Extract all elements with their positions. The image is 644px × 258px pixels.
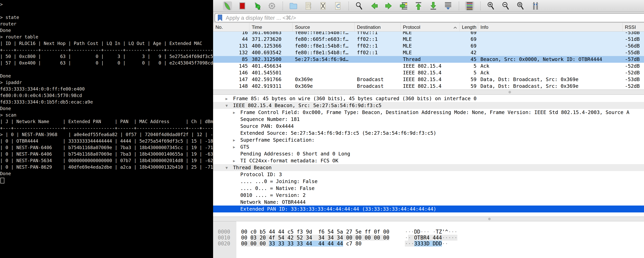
column-label: Length bbox=[462, 24, 476, 30]
zoom-reset-icon[interactable] bbox=[516, 2, 525, 10]
packet-details-pane[interactable]: ▶Frame 85: 45 bytes on wire (360 bits), … bbox=[213, 95, 644, 216]
hex-segment: 03 20 4f 54 42 52 34 34 34 34 00 00 00 0… bbox=[250, 235, 389, 241]
expanded-arrow-icon[interactable]: ▼ bbox=[226, 164, 228, 171]
ascii-segment: DD bbox=[414, 229, 420, 235]
close-file-icon[interactable] bbox=[318, 2, 328, 10]
hex-row-0020[interactable]: 002000 00 00 33 33 33 33 44 44 44 44 c7 … bbox=[213, 241, 644, 246]
hex-row-0000[interactable]: 000000 c0 b5 44 44 c5 f3 9d f6 54 5a 27 … bbox=[213, 229, 644, 235]
column-header-rssi[interactable]: RSSI bbox=[622, 23, 644, 31]
hex-bytes[interactable]: 00 c0 b5 44 44 c5 f3 9d f6 54 5a 27 5e f… bbox=[241, 229, 389, 235]
capture-options-icon[interactable] bbox=[267, 2, 276, 10]
column-header-destination[interactable]: Destination bbox=[354, 23, 400, 31]
packet-row-145[interactable]: 145401.456634IEEE 802.15.45Ack-52dB bbox=[213, 63, 644, 70]
detail-row[interactable]: Sequence Number: 181 bbox=[213, 116, 644, 123]
resize-columns-icon[interactable] bbox=[531, 2, 540, 10]
packet-row-16[interactable]: 16361.665863fe80::f8e1:54b8:f…ff02::1MLE… bbox=[213, 32, 644, 36]
save-file-icon[interactable]: 010100110101110 bbox=[304, 2, 313, 10]
go-last-packet-icon[interactable] bbox=[429, 2, 438, 10]
detail-row[interactable]: Source PAN: 0x4444 bbox=[213, 123, 644, 130]
detail-row[interactable]: ▶TI CC24xx-format metadata: FCS OK bbox=[213, 157, 644, 164]
packet-row-148[interactable]: 148402.9193110x369eBroadcastIEEE 802.15.… bbox=[213, 83, 644, 90]
collapsed-arrow-icon[interactable]: ▶ bbox=[233, 158, 235, 164]
detail-row[interactable]: Protocol ID: 3 bbox=[213, 171, 644, 178]
cell-protocol: MLE bbox=[400, 49, 460, 56]
auto-scroll-icon[interactable] bbox=[444, 2, 452, 10]
zoom-in-icon[interactable] bbox=[486, 2, 496, 10]
list-details-splitter[interactable] bbox=[213, 90, 644, 95]
cell-rssi: -55dB bbox=[622, 49, 644, 56]
colorize-packets-icon[interactable] bbox=[465, 2, 474, 10]
terminal-output: >> staterouterDone> router table| ID | R… bbox=[0, 0, 213, 184]
detail-row[interactable]: ▶Frame Control Field: 0xc000, Frame Type… bbox=[213, 109, 644, 116]
column-header-no[interactable]: No. bbox=[213, 23, 250, 31]
cell-rssi: -53dB bbox=[622, 76, 644, 83]
packet-row-85[interactable]: 85382.3125005e:27:5a:54:f6:9d…Thread45Be… bbox=[213, 56, 644, 63]
packet-row-132[interactable]: 132400.693542fe80::f8e1:54b8:f…ff02::1ML… bbox=[213, 49, 644, 56]
restart-capture-icon[interactable] bbox=[252, 2, 262, 10]
column-label: Destination bbox=[357, 24, 398, 30]
packet-row-147[interactable]: 147402.5917660x369eBroadcastIEEE 802.15.… bbox=[213, 76, 644, 83]
collapsed-arrow-icon[interactable]: ▶ bbox=[233, 109, 235, 116]
hex-ascii[interactable]: ·· OTBR4 444····· bbox=[405, 235, 457, 241]
go-first-packet-icon[interactable] bbox=[414, 2, 423, 10]
packet-row-44[interactable]: 44371.273620fe80::605f:e603:f…ff02::1MLE… bbox=[213, 36, 644, 42]
detail-row[interactable]: Pending Addresses: 0 Short and 0 Long bbox=[213, 150, 644, 157]
collapsed-arrow-icon[interactable]: ▶ bbox=[226, 95, 228, 102]
cell-time: 401.456634 bbox=[250, 63, 292, 70]
display-filter-input[interactable]: Apply a display filter ... <⌘/> bbox=[215, 13, 644, 22]
stop-capture-icon[interactable] bbox=[238, 2, 247, 10]
column-header-source[interactable]: Source bbox=[292, 23, 354, 31]
splitter-handle[interactable] bbox=[508, 91, 511, 94]
collapsed-arrow-icon[interactable]: ▶ bbox=[233, 144, 235, 150]
detail-row[interactable]: Network Name: OTBR4444 bbox=[213, 199, 644, 206]
splitter-handle[interactable] bbox=[488, 218, 491, 220]
detail-row[interactable]: ▶Superframe Specification: bbox=[213, 136, 644, 144]
details-hex-splitter[interactable] bbox=[213, 216, 644, 221]
detail-text: 0010 .... = Version: 2 bbox=[240, 192, 306, 198]
hex-bytes[interactable]: 00 03 20 4f 54 42 52 34 34 34 34 00 00 0… bbox=[241, 235, 389, 241]
wireshark-start-capture-icon[interactable] bbox=[223, 2, 232, 10]
filter-placeholder: Apply a display filter ... <⌘/> bbox=[226, 14, 296, 21]
collapsed-arrow-icon[interactable]: ▶ bbox=[233, 137, 235, 144]
column-header-length[interactable]: Length bbox=[460, 23, 478, 31]
detail-row[interactable]: Extended Source: 5e:27:5a:54:f6:9d:f3:c5… bbox=[213, 130, 644, 136]
detail-row[interactable]: Extended PAN ID: 33:33:33:33:44:44:44:44… bbox=[213, 206, 644, 212]
find-packet-icon[interactable] bbox=[355, 2, 364, 10]
terminal-line: | 0 | NEST-PAN-6406 | b754b1168a07069e |… bbox=[0, 151, 213, 158]
cell-no: 85 bbox=[213, 56, 250, 63]
terminal-line bbox=[0, 8, 213, 14]
hex-dump-pane[interactable]: 000000 c0 b5 44 44 c5 f3 9d f6 54 5a 27 … bbox=[213, 221, 644, 258]
cell-time: 400.693542 bbox=[250, 49, 292, 56]
expanded-arrow-icon[interactable]: ▼ bbox=[226, 102, 228, 109]
zoom-out-icon[interactable] bbox=[501, 2, 510, 10]
terminal-line bbox=[0, 66, 213, 73]
hex-ascii[interactable]: ···DD··· ·TZ'^··· bbox=[405, 229, 457, 235]
filter-bookmark-icon[interactable] bbox=[218, 14, 222, 21]
hex-bytes[interactable]: 00 00 00 33 33 33 33 44 44 44 44 c7 80 bbox=[241, 241, 362, 246]
column-header-info[interactable]: Info bbox=[478, 23, 622, 31]
detail-row[interactable]: ▼IEEE 802.15.4 Beacon, Src: 5e:27:5a:54:… bbox=[213, 102, 644, 109]
cell-destination: ff02::1 bbox=[354, 49, 400, 56]
detail-row[interactable]: ▶GTS bbox=[213, 144, 644, 150]
packet-list[interactable]: 16361.665863fe80::f8e1:54b8:f…ff02::1MLE… bbox=[213, 32, 644, 90]
go-forward-icon[interactable] bbox=[384, 2, 394, 10]
detail-row[interactable]: ▶Frame 85: 45 bytes on wire (360 bits), … bbox=[213, 95, 644, 102]
detail-row[interactable]: ▼Thread Beacon bbox=[213, 164, 644, 171]
toolbar-separator bbox=[282, 2, 283, 10]
go-back-icon[interactable] bbox=[370, 2, 379, 10]
cell-destination: ff02::1 bbox=[354, 32, 400, 36]
reload-file-icon[interactable] bbox=[333, 2, 342, 10]
detail-row[interactable]: 0010 .... = Version: 2 bbox=[213, 192, 644, 199]
packet-row-131[interactable]: 131400.125366fe80::f8e1:54b8:f…ff02::1ML… bbox=[213, 42, 644, 49]
column-header-protocol[interactable]: Protocol bbox=[400, 23, 460, 31]
packet-row-146[interactable]: 146401.545501IEEE 802.15.45Ack-52dB bbox=[213, 70, 644, 76]
go-to-packet-icon[interactable] bbox=[399, 2, 408, 10]
open-file-icon[interactable] bbox=[289, 2, 298, 10]
column-header-time[interactable]: Time bbox=[250, 23, 292, 31]
detail-row[interactable]: .... 0... = Native: False bbox=[213, 185, 644, 192]
detail-text: .... 0... = Native: False bbox=[240, 186, 314, 191]
detail-row[interactable]: .... ...0 = Joining: False bbox=[213, 178, 644, 185]
hex-ascii[interactable]: ···3333D DDD·· bbox=[405, 241, 448, 246]
hex-row-0010[interactable]: 001000 03 20 4f 54 42 52 34 34 34 34 00 … bbox=[213, 235, 644, 241]
terminal-pane[interactable]: >> staterouterDone> router table| ID | R… bbox=[0, 0, 213, 258]
